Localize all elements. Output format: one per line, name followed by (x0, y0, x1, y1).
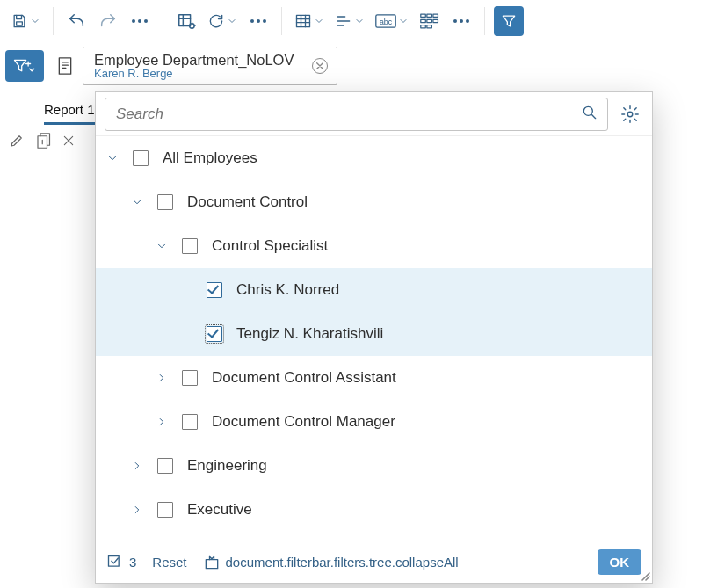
document-icon[interactable] (53, 52, 77, 80)
checkbox[interactable] (182, 238, 198, 254)
overflow-3[interactable] (447, 5, 475, 37)
svg-rect-0 (17, 22, 23, 25)
add-filter-button[interactable] (5, 50, 44, 82)
svg-rect-11 (433, 19, 438, 22)
svg-rect-18 (109, 555, 120, 566)
svg-rect-1 (179, 15, 191, 26)
text-format-button[interactable]: abc (372, 5, 412, 37)
chevron-down-icon[interactable] (127, 192, 147, 212)
tree-node-doc[interactable]: Document Control (96, 180, 652, 224)
undo-button[interactable] (62, 5, 91, 37)
search-input[interactable] (114, 105, 581, 124)
tree-node-label: Chris K. Norred (236, 281, 339, 299)
search-icon[interactable] (581, 104, 598, 124)
caret-none (177, 324, 196, 344)
tree-node-label: Executive (187, 501, 252, 519)
value-tree[interactable]: All EmployeesDocument ControlControl Spe… (96, 136, 652, 541)
checkbox[interactable] (182, 370, 198, 386)
main-toolbar: abc (0, 0, 703, 42)
tree-node-label: Document Control (187, 193, 308, 211)
gear-icon[interactable] (617, 101, 643, 127)
filter-value-popover: All EmployeesDocument ControlControl Spe… (95, 91, 653, 584)
sections-button[interactable] (416, 5, 444, 37)
selected-count[interactable]: 3 (106, 554, 136, 571)
filter-chip[interactable]: Employee Department_NoLOV Karen R. Berge (83, 47, 337, 85)
checkbox[interactable] (157, 194, 173, 210)
reset-button[interactable]: Reset (152, 555, 186, 570)
svg-rect-7 (427, 14, 432, 17)
close-icon[interactable] (312, 58, 328, 74)
checkbox[interactable] (157, 502, 173, 518)
tree-node-tnk[interactable]: Tengiz N. Kharatishvili (96, 312, 652, 356)
svg-rect-19 (206, 559, 217, 568)
tree-node-label: Engineering (187, 457, 267, 475)
popover-header (96, 92, 652, 136)
chevron-down-icon[interactable] (103, 149, 122, 168)
checkbox[interactable] (133, 150, 149, 166)
chevron-right-icon[interactable] (152, 368, 171, 388)
svg-rect-6 (421, 14, 426, 17)
refresh-button[interactable] (204, 5, 241, 37)
tab-report-1[interactable]: Report 1 (44, 97, 95, 125)
search-input-wrapper (105, 98, 608, 131)
svg-rect-13 (427, 25, 432, 28)
tree-node-cs[interactable]: Control Specialist (96, 224, 652, 268)
checkbox[interactable] (182, 414, 198, 430)
popover-footer: 3 Reset document.filterbar.filters.tree.… (96, 541, 652, 583)
svg-point-17 (627, 112, 633, 117)
overflow-2[interactable] (244, 5, 272, 37)
svg-rect-3 (297, 15, 310, 26)
filter-bar: Employee Department_NoLOV Karen R. Berge (0, 42, 703, 90)
tree-node-eng[interactable]: Engineering (96, 444, 652, 488)
redo-button[interactable] (94, 5, 122, 37)
table-mode-button[interactable] (291, 5, 328, 37)
tree-node-ckn[interactable]: Chris K. Norred (96, 268, 652, 312)
overflow-1[interactable] (126, 5, 154, 37)
tree-node-label: Tengiz N. Kharatishvili (236, 325, 383, 343)
tree-node-label: All Employees (163, 149, 257, 167)
ok-button[interactable]: OK (598, 549, 642, 575)
svg-point-16 (583, 106, 592, 115)
checkbox[interactable] (207, 326, 222, 342)
tree-node-label: Control Specialist (212, 237, 328, 255)
duplicate-icon[interactable] (35, 132, 51, 149)
svg-rect-14 (59, 58, 70, 74)
filter-chip-subtitle: Karen R. Berge (94, 68, 301, 80)
filter-chip-title: Employee Department_NoLOV (94, 52, 301, 68)
delete-icon[interactable] (62, 134, 76, 148)
tree-node-label: Document Control Assistant (212, 369, 396, 387)
save-button[interactable] (7, 5, 44, 37)
filter-panel-toggle[interactable] (494, 6, 524, 36)
svg-rect-9 (421, 19, 426, 22)
svg-rect-12 (421, 25, 426, 28)
svg-rect-10 (427, 19, 432, 22)
svg-rect-8 (433, 14, 438, 17)
align-button[interactable] (331, 5, 368, 37)
tree-node-dca[interactable]: Document Control Assistant (96, 356, 652, 400)
tree-node-label: Document Control Manager (212, 413, 395, 431)
chevron-right-icon[interactable] (127, 500, 147, 519)
chevron-right-icon[interactable] (127, 456, 147, 475)
edit-icon[interactable] (9, 133, 25, 149)
collapse-all-button[interactable]: document.filterbar.filters.tree.collapse… (203, 554, 459, 571)
checkbox[interactable] (157, 458, 173, 474)
chevron-down-icon[interactable] (152, 236, 171, 256)
tree-node-exe[interactable]: Executive (96, 488, 652, 532)
checkbox[interactable] (207, 282, 222, 298)
caret-none (177, 280, 196, 300)
data-source-button[interactable] (172, 5, 200, 37)
svg-text:abc: abc (380, 18, 393, 26)
tree-node-all[interactable]: All Employees (96, 136, 652, 180)
tree-node-dcm[interactable]: Document Control Manager (96, 400, 652, 444)
chevron-right-icon[interactable] (152, 412, 171, 432)
